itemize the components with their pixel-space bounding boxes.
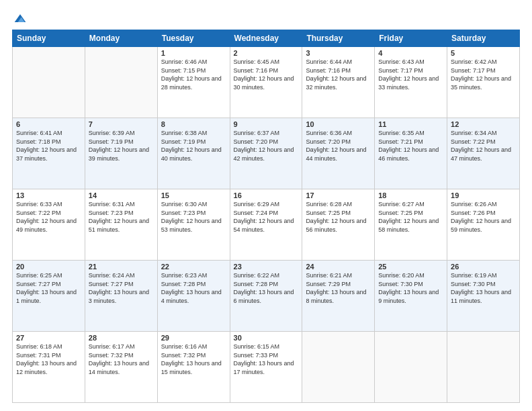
day-number: 19	[451, 191, 516, 199]
calendar-cell: 20Sunrise: 6:25 AM Sunset: 7:27 PM Dayli…	[13, 261, 85, 332]
calendar-cell: 13Sunrise: 6:33 AM Sunset: 7:22 PM Dayli…	[13, 189, 85, 261]
day-info: Sunrise: 6:43 AM Sunset: 7:17 PM Dayligh…	[378, 58, 443, 91]
calendar-cell: 1Sunrise: 6:46 AM Sunset: 7:15 PM Daylig…	[157, 47, 230, 118]
calendar-cell: 21Sunrise: 6:24 AM Sunset: 7:27 PM Dayli…	[85, 261, 157, 332]
day-info: Sunrise: 6:34 AM Sunset: 7:22 PM Dayligh…	[451, 129, 516, 163]
calendar-cell: 18Sunrise: 6:27 AM Sunset: 7:25 PM Dayli…	[375, 189, 447, 261]
logo	[12, 12, 27, 23]
calendar-cell	[375, 332, 447, 403]
day-info: Sunrise: 6:19 AM Sunset: 7:30 PM Dayligh…	[451, 271, 516, 305]
day-number: 3	[306, 49, 371, 57]
day-number: 22	[161, 263, 226, 271]
calendar-cell: 28Sunrise: 6:17 AM Sunset: 7:32 PM Dayli…	[85, 332, 157, 403]
page: SundayMondayTuesdayWednesdayThursdayFrid…	[0, 0, 532, 411]
day-info: Sunrise: 6:37 AM Sunset: 7:20 PM Dayligh…	[234, 129, 299, 163]
day-number: 12	[451, 120, 516, 128]
day-number: 10	[306, 120, 371, 128]
column-header-saturday: Saturday	[447, 30, 520, 47]
day-info: Sunrise: 6:30 AM Sunset: 7:23 PM Dayligh…	[161, 200, 226, 234]
day-number: 17	[306, 191, 371, 199]
day-number: 28	[89, 334, 154, 342]
calendar-cell: 30Sunrise: 6:15 AM Sunset: 7:33 PM Dayli…	[230, 332, 302, 403]
calendar-cell: 12Sunrise: 6:34 AM Sunset: 7:22 PM Dayli…	[447, 118, 520, 189]
day-number: 20	[16, 263, 81, 271]
calendar-header-row: SundayMondayTuesdayWednesdayThursdayFrid…	[13, 30, 520, 47]
day-info: Sunrise: 6:17 AM Sunset: 7:32 PM Dayligh…	[89, 342, 154, 376]
day-number: 27	[16, 334, 81, 342]
column-header-tuesday: Tuesday	[157, 30, 230, 47]
day-number: 11	[378, 120, 443, 128]
calendar-cell: 5Sunrise: 6:42 AM Sunset: 7:17 PM Daylig…	[447, 47, 520, 118]
day-info: Sunrise: 6:41 AM Sunset: 7:18 PM Dayligh…	[16, 129, 81, 163]
day-number: 26	[451, 263, 516, 271]
calendar-week-row: 6Sunrise: 6:41 AM Sunset: 7:18 PM Daylig…	[13, 118, 520, 189]
calendar-cell: 11Sunrise: 6:35 AM Sunset: 7:21 PM Dayli…	[375, 118, 447, 189]
day-info: Sunrise: 6:46 AM Sunset: 7:15 PM Dayligh…	[161, 58, 226, 91]
day-number: 9	[234, 120, 299, 128]
column-header-friday: Friday	[375, 30, 447, 47]
calendar-cell	[13, 47, 85, 118]
day-number: 4	[378, 49, 443, 57]
day-number: 16	[234, 191, 299, 199]
calendar-week-row: 1Sunrise: 6:46 AM Sunset: 7:15 PM Daylig…	[13, 47, 520, 118]
calendar-cell: 25Sunrise: 6:20 AM Sunset: 7:30 PM Dayli…	[375, 261, 447, 332]
day-number: 21	[89, 263, 154, 271]
calendar-cell: 7Sunrise: 6:39 AM Sunset: 7:19 PM Daylig…	[85, 118, 157, 189]
day-info: Sunrise: 6:21 AM Sunset: 7:29 PM Dayligh…	[306, 271, 371, 305]
calendar-cell: 10Sunrise: 6:36 AM Sunset: 7:20 PM Dayli…	[302, 118, 375, 189]
calendar-cell: 23Sunrise: 6:22 AM Sunset: 7:28 PM Dayli…	[230, 261, 302, 332]
day-number: 1	[161, 49, 226, 57]
day-number: 30	[234, 334, 299, 342]
calendar-cell: 24Sunrise: 6:21 AM Sunset: 7:29 PM Dayli…	[302, 261, 375, 332]
calendar-cell: 29Sunrise: 6:16 AM Sunset: 7:32 PM Dayli…	[157, 332, 230, 403]
day-info: Sunrise: 6:24 AM Sunset: 7:27 PM Dayligh…	[89, 271, 154, 305]
calendar-cell: 22Sunrise: 6:23 AM Sunset: 7:28 PM Dayli…	[157, 261, 230, 332]
calendar-cell: 3Sunrise: 6:44 AM Sunset: 7:16 PM Daylig…	[302, 47, 375, 118]
day-info: Sunrise: 6:44 AM Sunset: 7:16 PM Dayligh…	[306, 58, 371, 91]
day-number: 7	[89, 120, 154, 128]
calendar-cell: 16Sunrise: 6:29 AM Sunset: 7:24 PM Dayli…	[230, 189, 302, 261]
column-header-monday: Monday	[85, 30, 157, 47]
calendar-cell: 9Sunrise: 6:37 AM Sunset: 7:20 PM Daylig…	[230, 118, 302, 189]
calendar-cell: 26Sunrise: 6:19 AM Sunset: 7:30 PM Dayli…	[447, 261, 520, 332]
calendar-cell: 2Sunrise: 6:45 AM Sunset: 7:16 PM Daylig…	[230, 47, 302, 118]
day-number: 5	[451, 49, 516, 57]
day-info: Sunrise: 6:15 AM Sunset: 7:33 PM Dayligh…	[234, 342, 299, 376]
day-info: Sunrise: 6:29 AM Sunset: 7:24 PM Dayligh…	[234, 200, 299, 234]
day-info: Sunrise: 6:35 AM Sunset: 7:21 PM Dayligh…	[378, 129, 443, 163]
day-info: Sunrise: 6:33 AM Sunset: 7:22 PM Dayligh…	[16, 200, 81, 234]
day-info: Sunrise: 6:36 AM Sunset: 7:20 PM Dayligh…	[306, 129, 371, 163]
calendar-week-row: 13Sunrise: 6:33 AM Sunset: 7:22 PM Dayli…	[13, 189, 520, 261]
day-info: Sunrise: 6:16 AM Sunset: 7:32 PM Dayligh…	[161, 342, 226, 376]
logo-icon	[13, 12, 27, 26]
calendar-cell: 6Sunrise: 6:41 AM Sunset: 7:18 PM Daylig…	[13, 118, 85, 189]
calendar-cell: 4Sunrise: 6:43 AM Sunset: 7:17 PM Daylig…	[375, 47, 447, 118]
day-info: Sunrise: 6:38 AM Sunset: 7:19 PM Dayligh…	[161, 129, 226, 163]
column-header-thursday: Thursday	[302, 30, 375, 47]
column-header-wednesday: Wednesday	[230, 30, 302, 47]
day-number: 8	[161, 120, 226, 128]
column-header-sunday: Sunday	[13, 30, 85, 47]
day-number: 13	[16, 191, 81, 199]
calendar-cell: 15Sunrise: 6:30 AM Sunset: 7:23 PM Dayli…	[157, 189, 230, 261]
day-info: Sunrise: 6:42 AM Sunset: 7:17 PM Dayligh…	[451, 58, 516, 91]
day-number: 15	[161, 191, 226, 199]
header	[12, 12, 520, 23]
calendar-cell: 27Sunrise: 6:18 AM Sunset: 7:31 PM Dayli…	[13, 332, 85, 403]
day-info: Sunrise: 6:23 AM Sunset: 7:28 PM Dayligh…	[161, 271, 226, 305]
day-info: Sunrise: 6:20 AM Sunset: 7:30 PM Dayligh…	[378, 271, 443, 305]
calendar-cell: 8Sunrise: 6:38 AM Sunset: 7:19 PM Daylig…	[157, 118, 230, 189]
day-info: Sunrise: 6:25 AM Sunset: 7:27 PM Dayligh…	[16, 271, 81, 305]
day-number: 18	[378, 191, 443, 199]
calendar-cell	[447, 332, 520, 403]
day-number: 25	[378, 263, 443, 271]
calendar-week-row: 27Sunrise: 6:18 AM Sunset: 7:31 PM Dayli…	[13, 332, 520, 403]
day-number: 29	[161, 334, 226, 342]
calendar-cell	[85, 47, 157, 118]
day-number: 2	[234, 49, 299, 57]
day-info: Sunrise: 6:28 AM Sunset: 7:25 PM Dayligh…	[306, 200, 371, 234]
calendar-cell: 14Sunrise: 6:31 AM Sunset: 7:23 PM Dayli…	[85, 189, 157, 261]
day-info: Sunrise: 6:22 AM Sunset: 7:28 PM Dayligh…	[234, 271, 299, 305]
day-number: 24	[306, 263, 371, 271]
day-info: Sunrise: 6:39 AM Sunset: 7:19 PM Dayligh…	[89, 129, 154, 163]
